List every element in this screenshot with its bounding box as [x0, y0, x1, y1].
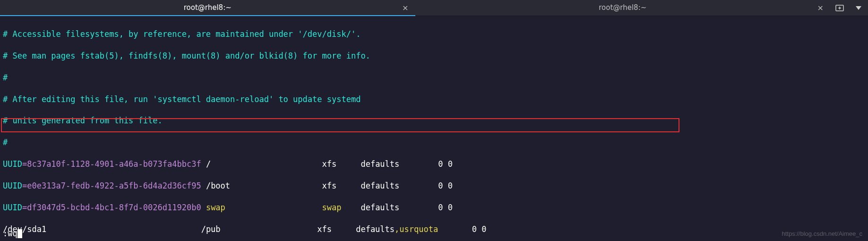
- fs-dump: 0 0: [438, 159, 453, 169]
- vim-command-line[interactable]: :wq: [3, 228, 22, 239]
- cursor-icon: [17, 229, 22, 238]
- fs-dump: 0 0: [438, 203, 453, 212]
- fs-opts: defaults: [356, 224, 395, 234]
- terminal-viewport[interactable]: # Accessible filesystems, by reference, …: [0, 16, 868, 241]
- uuid-value: =df3047d5-bcbd-4bc1-8f7d-0026d11920b0: [22, 203, 201, 212]
- new-tab-button[interactable]: [830, 0, 849, 16]
- tab-menu-button[interactable]: [849, 0, 868, 16]
- watermark-text: https://blog.csdn.net/Aimee_c: [782, 230, 862, 238]
- fs-type: swap: [322, 203, 361, 212]
- fstab-row: UUID=e0e313a7-fedb-4922-a5fb-6d4a2d36cf9…: [3, 181, 865, 191]
- tab-bar: root@rhel8:~ × root@rhel8:~ ×: [0, 0, 868, 16]
- svg-marker-3: [856, 6, 861, 10]
- comment-line: # See man pages fstab(5), findfs(8), mou…: [3, 51, 865, 61]
- close-tab-icon[interactable]: ×: [402, 4, 408, 12]
- fs-dump: 0 0: [438, 181, 453, 190]
- tab-terminal-2[interactable]: root@rhel8:~ ×: [415, 0, 831, 16]
- vim-command-text: :wq: [3, 229, 17, 238]
- fs-opts: defaults: [361, 181, 438, 190]
- tab-terminal-1[interactable]: root@rhel8:~ ×: [0, 0, 415, 16]
- tab-title: root@rhel8:~: [599, 3, 646, 12]
- comment-line: #: [3, 72, 865, 83]
- fs-type: xfs: [317, 224, 356, 234]
- comment-line: # units generated from this file.: [3, 115, 865, 126]
- mount-point: swap: [201, 203, 322, 212]
- uuid-value: =e0e313a7-fedb-4922-a5fb-6d4a2d36cf95: [22, 181, 201, 190]
- comment-line: #: [3, 137, 865, 148]
- device-path: /dev/sda1: [3, 224, 201, 234]
- fs-type: xfs: [322, 159, 361, 169]
- fs-type: xfs: [322, 181, 361, 190]
- uuid-key: UUID: [3, 159, 22, 169]
- tab-title: root@rhel8:~: [184, 3, 232, 12]
- uuid-key: UUID: [3, 181, 22, 190]
- comment-line: # After editing this file, run 'systemct…: [3, 94, 865, 105]
- fs-opts: defaults: [361, 159, 438, 169]
- uuid-key: UUID: [3, 203, 22, 212]
- mount-point: /: [201, 159, 322, 169]
- uuid-value: =8c37a10f-1128-4901-a46a-b073fa4bbc3f: [22, 159, 201, 169]
- fs-opts: defaults: [361, 203, 438, 212]
- fs-opts-extra: ,usrquota: [395, 224, 438, 234]
- fstab-row: /dev/sda1 /pub xfs defaults,usrquota 0 0: [3, 224, 865, 235]
- fs-dump: 0 0: [472, 224, 487, 234]
- fstab-row: UUID=df3047d5-bcbd-4bc1-8f7d-0026d11920b…: [3, 202, 865, 213]
- mount-point: /pub: [201, 224, 318, 234]
- close-tab-icon[interactable]: ×: [817, 4, 824, 12]
- mount-point: /boot: [201, 181, 322, 190]
- fstab-row: UUID=8c37a10f-1128-4901-a46a-b073fa4bbc3…: [3, 159, 865, 170]
- comment-line: # Accessible filesystems, by reference, …: [3, 29, 865, 40]
